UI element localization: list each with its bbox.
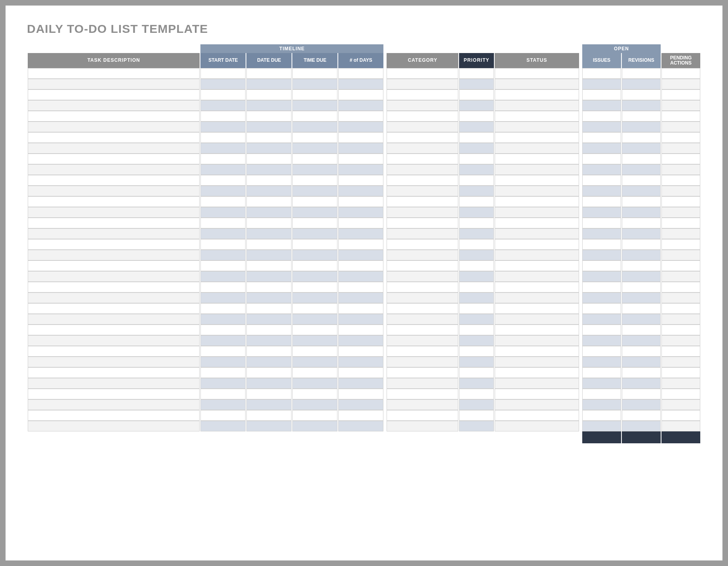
cell-priority[interactable] (459, 325, 494, 335)
cell-priority[interactable] (459, 367, 494, 378)
cell-start-date[interactable] (200, 421, 246, 431)
cell-num-days[interactable] (338, 303, 383, 314)
cell-task-description[interactable] (28, 175, 200, 186)
cell-date-due[interactable] (246, 132, 292, 143)
cell-revisions[interactable] (622, 367, 661, 378)
cell-task-description[interactable] (28, 89, 200, 100)
cell-revisions[interactable] (622, 132, 661, 143)
cell-start-date[interactable] (200, 292, 246, 303)
cell-time-due[interactable] (292, 399, 337, 410)
cell-pending-actions[interactable] (661, 79, 700, 89)
cell-priority[interactable] (459, 228, 494, 239)
cell-pending-actions[interactable] (661, 196, 700, 207)
cell-issues[interactable] (582, 260, 621, 271)
cell-pending-actions[interactable] (661, 207, 700, 218)
cell-date-due[interactable] (246, 421, 292, 431)
cell-time-due[interactable] (292, 260, 337, 271)
cell-status[interactable] (495, 175, 579, 186)
cell-priority[interactable] (459, 218, 494, 228)
cell-time-due[interactable] (292, 335, 337, 346)
cell-pending-actions[interactable] (661, 218, 700, 228)
cell-start-date[interactable] (200, 260, 246, 271)
cell-time-due[interactable] (292, 239, 337, 250)
cell-category[interactable] (387, 111, 458, 122)
cell-time-due[interactable] (292, 196, 337, 207)
cell-status[interactable] (495, 132, 579, 143)
cell-status[interactable] (495, 164, 579, 175)
cell-date-due[interactable] (246, 410, 292, 421)
cell-pending-actions[interactable] (661, 132, 700, 143)
cell-start-date[interactable] (200, 228, 246, 239)
cell-time-due[interactable] (292, 410, 337, 421)
cell-start-date[interactable] (200, 325, 246, 335)
cell-revisions[interactable] (622, 100, 661, 111)
cell-revisions[interactable] (622, 196, 661, 207)
cell-pending-actions[interactable] (661, 100, 700, 111)
cell-priority[interactable] (459, 250, 494, 260)
cell-revisions[interactable] (622, 357, 661, 367)
cell-priority[interactable] (459, 260, 494, 271)
cell-priority[interactable] (459, 292, 494, 303)
cell-revisions[interactable] (622, 250, 661, 260)
cell-revisions[interactable] (622, 68, 661, 79)
cell-issues[interactable] (582, 346, 621, 357)
cell-task-description[interactable] (28, 79, 200, 89)
cell-issues[interactable] (582, 357, 621, 367)
cell-start-date[interactable] (200, 164, 246, 175)
cell-status[interactable] (495, 389, 579, 399)
cell-revisions[interactable] (622, 282, 661, 292)
cell-num-days[interactable] (338, 260, 383, 271)
cell-time-due[interactable] (292, 228, 337, 239)
cell-priority[interactable] (459, 399, 494, 410)
cell-pending-actions[interactable] (661, 410, 700, 421)
cell-start-date[interactable] (200, 282, 246, 292)
cell-num-days[interactable] (338, 357, 383, 367)
cell-issues[interactable] (582, 89, 621, 100)
cell-num-days[interactable] (338, 164, 383, 175)
cell-pending-actions[interactable] (661, 89, 700, 100)
cell-category[interactable] (387, 239, 458, 250)
cell-start-date[interactable] (200, 239, 246, 250)
cell-start-date[interactable] (200, 378, 246, 389)
cell-task-description[interactable] (28, 250, 200, 260)
cell-num-days[interactable] (338, 389, 383, 399)
cell-pending-actions[interactable] (661, 282, 700, 292)
cell-date-due[interactable] (246, 228, 292, 239)
cell-date-due[interactable] (246, 154, 292, 164)
cell-revisions[interactable] (622, 228, 661, 239)
cell-date-due[interactable] (246, 186, 292, 196)
cell-issues[interactable] (582, 122, 621, 132)
cell-issues[interactable] (582, 335, 621, 346)
cell-category[interactable] (387, 68, 458, 79)
cell-time-due[interactable] (292, 154, 337, 164)
cell-pending-actions[interactable] (661, 260, 700, 271)
cell-revisions[interactable] (622, 378, 661, 389)
cell-task-description[interactable] (28, 346, 200, 357)
cell-date-due[interactable] (246, 325, 292, 335)
cell-category[interactable] (387, 89, 458, 100)
cell-num-days[interactable] (338, 218, 383, 228)
cell-category[interactable] (387, 335, 458, 346)
cell-pending-actions[interactable] (661, 399, 700, 410)
cell-category[interactable] (387, 389, 458, 399)
cell-task-description[interactable] (28, 389, 200, 399)
cell-priority[interactable] (459, 154, 494, 164)
cell-task-description[interactable] (28, 314, 200, 325)
cell-date-due[interactable] (246, 357, 292, 367)
cell-date-due[interactable] (246, 271, 292, 282)
cell-start-date[interactable] (200, 250, 246, 260)
cell-category[interactable] (387, 282, 458, 292)
cell-start-date[interactable] (200, 399, 246, 410)
cell-date-due[interactable] (246, 399, 292, 410)
cell-status[interactable] (495, 196, 579, 207)
cell-start-date[interactable] (200, 154, 246, 164)
cell-issues[interactable] (582, 143, 621, 154)
cell-num-days[interactable] (338, 100, 383, 111)
cell-pending-actions[interactable] (661, 421, 700, 431)
cell-num-days[interactable] (338, 314, 383, 325)
cell-time-due[interactable] (292, 292, 337, 303)
cell-start-date[interactable] (200, 175, 246, 186)
cell-pending-actions[interactable] (661, 378, 700, 389)
cell-task-description[interactable] (28, 154, 200, 164)
cell-pending-actions[interactable] (661, 271, 700, 282)
